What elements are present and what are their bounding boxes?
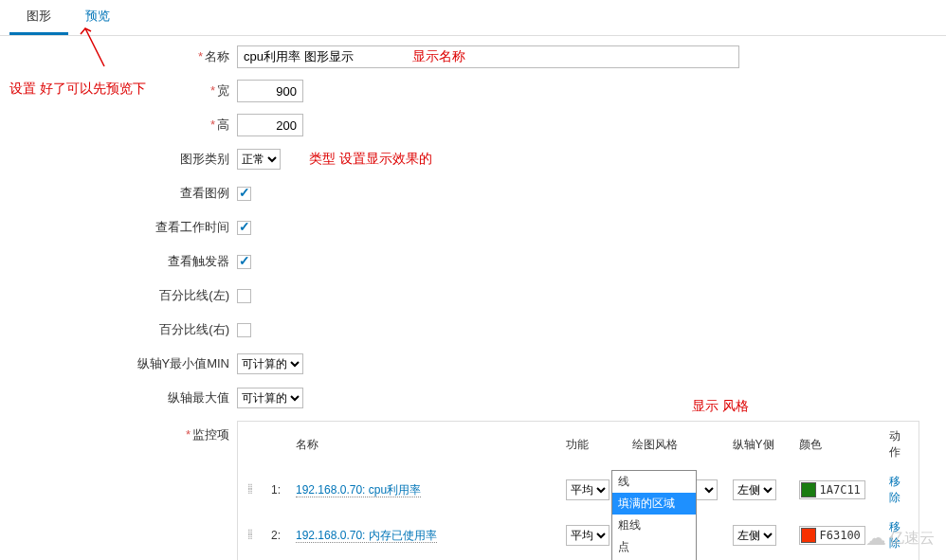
watermark: ☁ 亿速云 xyxy=(865,526,935,551)
col-yside: 纵轴Y侧 xyxy=(725,422,791,468)
graph-type-select[interactable]: 正常 xyxy=(237,149,281,170)
function-select[interactable]: 平均 xyxy=(566,479,609,500)
name-input[interactable] xyxy=(237,45,739,68)
item-name-link[interactable]: 192.168.0.70: 内存已使用率 xyxy=(296,529,437,543)
function-select[interactable]: 平均 xyxy=(566,525,609,546)
item-name-link[interactable]: 192.168.0.70: cpu利用率 xyxy=(296,483,421,497)
col-name: 名称 xyxy=(288,422,557,468)
yside-select[interactable]: 左侧 xyxy=(733,525,776,546)
label-items: 监控项 xyxy=(192,427,229,442)
tab-graph[interactable]: 图形 xyxy=(9,0,68,35)
show-triggers-checkbox[interactable] xyxy=(237,255,251,269)
row-index: 1: xyxy=(264,467,288,513)
label-name: 名称 xyxy=(205,49,229,63)
height-input[interactable] xyxy=(237,114,303,136)
annotation-display-name: 显示名称 xyxy=(412,48,465,65)
label-show-triggers: 查看触发器 xyxy=(19,253,237,270)
annotation-type-hint: 类型 设置显示效果的 xyxy=(309,151,432,168)
items-table: 名称 功能 绘图风格 纵轴Y侧 颜色 动作 ⠿⠿ 1: 192.168.0.70… xyxy=(237,421,919,560)
drag-handle-icon[interactable]: ⠿⠿ xyxy=(246,529,256,542)
percent-right-checkbox[interactable] xyxy=(237,323,251,337)
col-action: 动作 xyxy=(882,422,919,468)
table-row: ⠿⠿ 1: 192.168.0.70: cpu利用率 平均 填满的区域 左侧 1… xyxy=(238,467,919,513)
remove-link[interactable]: 移除 xyxy=(889,475,901,504)
show-legend-checkbox[interactable] xyxy=(237,187,251,201)
ymax-select[interactable]: 可计算的 xyxy=(237,388,303,408)
label-height: 高 xyxy=(217,117,229,132)
tab-bar: 图形 预览 xyxy=(0,0,946,36)
col-function: 功能 xyxy=(558,422,625,468)
label-graph-type: 图形类别 xyxy=(19,151,237,168)
tab-preview[interactable]: 预览 xyxy=(68,0,127,35)
annotation-preview-hint: 设置 好了可以先预览下 xyxy=(9,81,146,98)
width-input[interactable] xyxy=(237,80,303,102)
label-percent-left: 百分比线(左) xyxy=(19,287,237,304)
dropdown-option-selected[interactable]: 填满的区域 xyxy=(612,493,696,515)
color-code: 1A7C11 xyxy=(820,483,861,497)
dropdown-option[interactable]: 点 xyxy=(612,536,696,558)
label-width: 宽 xyxy=(217,83,229,98)
table-row: ⠿⠿ 2: 192.168.0.70: 内存已使用率 平均 左侧 F63100 xyxy=(238,513,919,558)
color-swatch xyxy=(801,482,816,497)
label-percent-right: 百分比线(右) xyxy=(19,321,237,338)
yside-select[interactable]: 左侧 xyxy=(733,479,776,500)
color-picker[interactable]: 1A7C11 xyxy=(799,480,865,499)
dropdown-option[interactable]: 线 xyxy=(612,471,696,493)
label-ymax: 纵轴最大值 xyxy=(19,389,237,406)
annotation-style-hint: 显示 风格 xyxy=(692,398,749,415)
color-picker[interactable]: F63100 xyxy=(799,526,865,545)
color-swatch xyxy=(801,528,816,543)
label-ymin: 纵轴Y最小值MIN xyxy=(19,355,237,372)
col-color: 颜色 xyxy=(791,422,882,468)
show-worktime-checkbox[interactable] xyxy=(237,221,251,235)
color-code: F63100 xyxy=(820,529,861,542)
ymin-select[interactable]: 可计算的 xyxy=(237,353,303,374)
percent-left-checkbox[interactable] xyxy=(237,289,251,303)
drawstyle-dropdown-open[interactable]: 线 填满的区域 粗线 点 虚线 梯度线 xyxy=(611,470,697,560)
drag-handle-icon[interactable]: ⠿⠿ xyxy=(246,483,256,497)
cloud-icon: ☁ xyxy=(865,526,886,551)
label-show-legend: 查看图例 xyxy=(19,185,237,202)
graph-form: *名称 显示名称 *宽 *高 图形类别 正常 类型 设置显示效果的 查看图例 查… xyxy=(19,45,946,560)
dropdown-option[interactable]: 粗线 xyxy=(612,515,696,536)
row-index: 2: xyxy=(264,513,288,558)
col-drawstyle: 绘图风格 xyxy=(625,422,725,468)
label-show-worktime: 查看工作时间 xyxy=(19,219,237,236)
